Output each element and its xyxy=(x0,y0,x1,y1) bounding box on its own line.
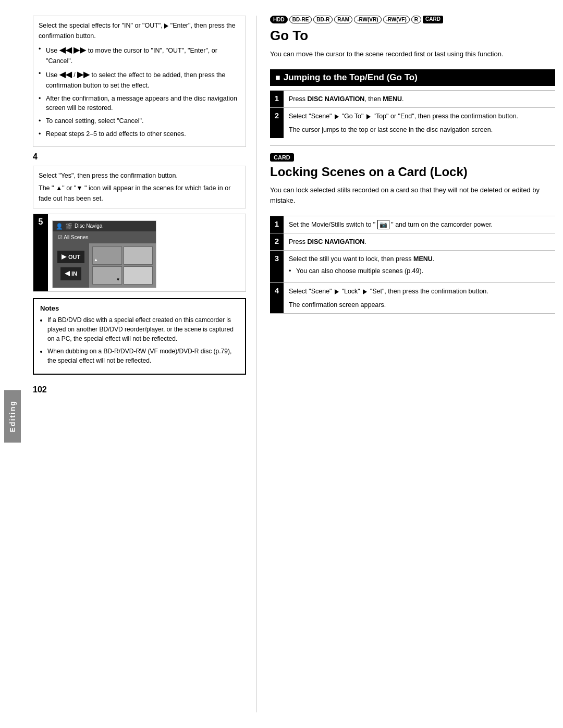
jumping-step1: 1 Press DISC NAVIGATION, then MENU. xyxy=(270,90,555,107)
locking-step4-number: 4 xyxy=(270,283,284,313)
bullet-item: Use ◀◀ ▶▶ to move the cursor to "IN", "O… xyxy=(39,44,240,66)
locking-step3-content: Select the still you want to lock, then … xyxy=(284,251,555,282)
svg-marker-1 xyxy=(65,271,70,276)
locking-step2-content: Press DISC NAVIGATION. xyxy=(284,233,555,250)
locking-step3: 3 Select the still you want to lock, the… xyxy=(270,250,555,282)
step5-content: 👤 🎬 Disc Naviga ☑ All Scenes xyxy=(48,214,246,291)
step5-number: 5 xyxy=(33,214,48,291)
locking-step4-content: Select "Scene" "Lock" "Set", then press … xyxy=(284,283,555,313)
locking-title: Locking Scenes on a Card (Lock) xyxy=(270,165,555,180)
badge-card: CARD xyxy=(423,16,443,23)
bullet-item: After the confirmation, a message appear… xyxy=(39,94,240,114)
jumping-step2-content: Select "Scene" "Go To" "Top" or "End", t… xyxy=(284,108,555,138)
step5-top-block: Select "Yes", then press the confirmatio… xyxy=(33,166,246,208)
badge-rw-vr: -RW(VR) xyxy=(354,16,381,23)
locking-step2: 2 Press DISC NAVIGATION. xyxy=(270,233,555,250)
scene-thumb-3: ▼ xyxy=(92,266,122,285)
all-scenes-label: ☑ All Scenes xyxy=(56,234,90,241)
note-item-2: When dubbing on a BD-R/DVD-RW (VF mode)/… xyxy=(47,347,239,365)
badge-bd-r: BD-R xyxy=(313,16,333,23)
scene-thumb-2 xyxy=(124,246,153,265)
step5-select-text: Select "Yes", then press the confirmatio… xyxy=(39,170,240,181)
badge-hdd: HDD xyxy=(270,16,288,23)
sidebar-label: Editing xyxy=(4,390,21,442)
step4-number: 4 xyxy=(33,152,42,162)
step5-row: 5 👤 🎬 Disc Naviga ☑ All Scenes xyxy=(33,214,246,292)
svg-marker-0 xyxy=(62,254,67,260)
scene-thumb-4 xyxy=(124,266,153,285)
page-number: 102 xyxy=(33,385,246,394)
scene-thumb-1: ▲ xyxy=(92,246,122,265)
bullet-item: Use ◀◀ / ▶▶ to select the effect to be a… xyxy=(39,69,240,90)
step5-image: 👤 🎬 Disc Naviga ☑ All Scenes xyxy=(52,220,156,288)
badge-rw-vf: -RW(VF) xyxy=(383,16,410,23)
bullet-item: To cancel setting, select "Cancel". xyxy=(39,116,240,126)
locking-title-text: Locking Scenes on a Card (Lock) xyxy=(270,165,468,179)
locking-step1-content: Set the Movie/Stills switch to " 📷 " and… xyxy=(284,216,555,233)
step5-icon-text: The " ▲" or "▼ " icon will appear in the… xyxy=(39,183,240,204)
notes-title: Notes xyxy=(40,304,239,312)
badge-bd-re: BD-RE xyxy=(289,16,312,23)
top-block-text: Select the special effects for "IN" or "… xyxy=(39,22,236,40)
right-column: HDD BD-RE BD-R RAM -RW(VR) -RW(VF) R CAR… xyxy=(257,16,555,712)
jumping-step2-number: 2 xyxy=(270,108,284,138)
left-column: Select the special effects for "IN" or "… xyxy=(33,16,257,712)
locking-step1-number: 1 xyxy=(270,216,284,233)
locking-desc: You can lock selected stills recorded on… xyxy=(270,185,555,207)
disc-nav-label: Disc Naviga xyxy=(75,222,102,230)
goto-desc: You can move the cursor to the scene rec… xyxy=(270,49,555,60)
jumping-title-text: Jumping to the Top/End (Go To) xyxy=(284,72,418,83)
sidebar: Editing xyxy=(0,10,25,718)
step4-label: 4 xyxy=(33,152,246,162)
locking-step1: 1 Set the Movie/Stills switch to " 📷 " a… xyxy=(270,216,555,233)
locking-step3-bullet: You can also choose multiple scenes (p.4… xyxy=(289,266,550,276)
jumping-title: Jumping to the Top/End (Go To) xyxy=(270,69,555,86)
badge-r: R xyxy=(411,16,421,23)
badge-ram: RAM xyxy=(334,16,352,23)
jumping-step2: 2 Select "Scene" "Go To" "Top" or "End",… xyxy=(270,107,555,138)
in-label: IN xyxy=(71,269,77,278)
locking-step3-number: 3 xyxy=(270,251,284,282)
locking-step2-number: 2 xyxy=(270,233,284,250)
disc-badges: HDD BD-RE BD-R RAM -RW(VR) -RW(VF) R CAR… xyxy=(270,16,555,23)
top-text-block: Select the special effects for "IN" or "… xyxy=(33,16,246,147)
locking-step4: 4 Select "Scene" "Lock" "Set", then pres… xyxy=(270,282,555,314)
out-label: OUT xyxy=(68,253,80,262)
jumping-step1-number: 1 xyxy=(270,91,284,107)
jumping-step1-content: Press DISC NAVIGATION, then MENU. xyxy=(284,91,555,107)
goto-title: Go To xyxy=(270,28,555,44)
bullet-item: Repeat steps 2–5 to add effects to other… xyxy=(39,129,240,139)
out-button: OUT xyxy=(57,251,84,264)
in-button: IN xyxy=(60,267,81,280)
card-badge-section: CARD xyxy=(270,153,555,165)
note-item-1: If a BD/DVD disc with a special effect c… xyxy=(47,315,239,343)
notes-list: If a BD/DVD disc with a special effect c… xyxy=(40,315,239,365)
notes-box: Notes If a BD/DVD disc with a special ef… xyxy=(33,298,246,375)
